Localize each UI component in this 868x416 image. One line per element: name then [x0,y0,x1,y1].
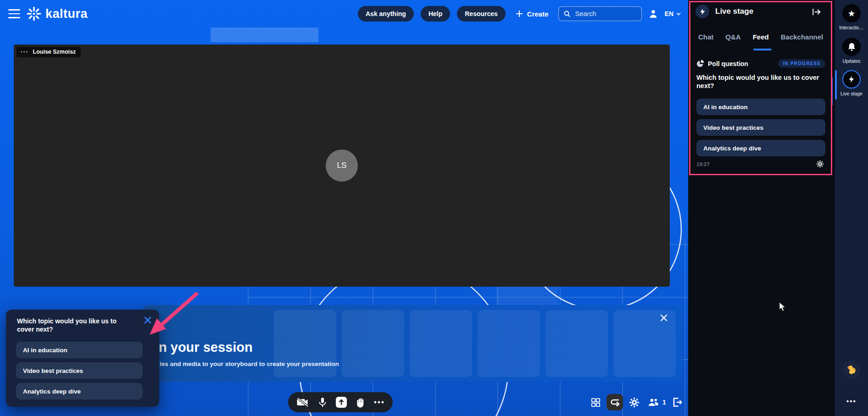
lightning-icon [848,75,855,83]
rail-label: Live stage [840,91,862,96]
rail-item-updates[interactable]: Updates [835,38,868,64]
panel-title: Live stage [715,7,753,16]
panel-tabs: Chat Q&A Feed Backchannel [698,33,832,41]
clap-icon [846,364,857,375]
poll-popup-option[interactable]: AI in education [16,342,143,358]
participants-icon [647,398,659,407]
poll-popup-close-icon[interactable] [144,316,152,324]
raise-hand-icon[interactable] [356,397,365,408]
star-icon: ★ [847,9,855,18]
create-button[interactable]: Create [515,10,549,18]
hamburger-menu-icon[interactable] [8,9,20,18]
clap-reaction-button[interactable] [842,361,861,379]
banner-close-icon[interactable] [659,313,668,322]
main-stage: kaltura Ask anything Help Resources Crea… [0,0,688,416]
active-tab-underline [753,49,772,50]
poll-option[interactable]: Video best practices [696,119,825,136]
poll-settings-gear-icon[interactable] [816,160,824,168]
session-banner: n your session les and media to your sto… [142,305,682,382]
ask-anything-button[interactable]: Ask anything [358,6,414,22]
camera-off-icon[interactable] [297,398,309,407]
panel-header: Live stage [696,5,753,18]
leave-session-icon[interactable] [672,397,682,407]
poll-popup-question: Which topic would you like us to cover n… [17,317,133,334]
live-stage-panel: Live stage Chat Q&A Feed Backchannel Pol… [688,0,835,416]
resources-button[interactable]: Resources [457,6,506,22]
chevron-down-icon [676,12,681,16]
collapse-panel-icon[interactable] [812,8,821,16]
avatar: LS [326,150,358,182]
more-options-icon[interactable] [374,401,384,404]
settings-gear-icon[interactable] [629,397,640,408]
side-icon-rail: ★ Interactio… Updates Live stage [835,0,868,416]
poll-card-label: Poll question [708,60,748,67]
search-input[interactable] [574,10,637,18]
layout-controls: 1 [591,393,682,412]
poll-popup: Which topic would you like us to cover n… [6,310,159,407]
participant-menu-icon[interactable]: ··· [21,50,29,54]
tab-backchannel[interactable]: Backchannel [781,33,823,41]
rail-label: Interactio… [839,25,864,30]
tab-chat[interactable]: Chat [698,33,713,41]
tab-feed[interactable]: Feed [753,33,769,41]
help-button[interactable]: Help [421,6,450,22]
user-profile-icon[interactable] [649,9,658,18]
participant-name: Louise Szmoisz [33,49,76,55]
video-tile: ··· Louise Szmoisz LS [14,44,670,287]
grid-view-icon[interactable] [591,398,601,407]
poll-status-badge: IN PROGRESS [778,59,825,68]
banner-subtitle: les and media to your storyboard to crea… [160,361,339,367]
banner-title: n your session [159,340,253,355]
rail-more-options[interactable]: ••• [835,397,868,405]
share-screen-icon[interactable] [336,397,347,408]
microphone-icon[interactable] [318,397,327,408]
storyboard-view-button[interactable] [606,394,623,410]
bell-icon [847,42,856,52]
top-bar: kaltura Ask anything Help Resources Crea… [0,0,688,28]
poll-question: Which topic would you like us to cover n… [696,73,826,90]
participant-count: 1 [662,399,666,406]
search-icon [563,10,571,17]
rail-item-interactions[interactable]: ★ Interactio… [835,4,868,30]
panel-scrollbar-thumb[interactable] [831,77,833,105]
lightning-icon [696,5,709,18]
brand-wordmark: kaltura [45,7,88,21]
search-box[interactable] [558,6,642,21]
call-controls [288,392,393,412]
rail-item-live-stage[interactable]: Live stage [835,70,868,96]
poll-popup-option[interactable]: Video best practices [16,362,143,379]
participant-name-pill: ··· Louise Szmoisz [17,47,81,57]
poll-card-header: Poll question IN PROGRESS [696,59,825,68]
participants-button[interactable]: 1 [647,398,666,407]
poll-option[interactable]: Analytics deep dive [696,140,825,156]
poll-timestamp: 19:27 [696,161,710,167]
rail-label: Updates [842,58,860,64]
app-root: kaltura Ask anything Help Resources Crea… [0,0,868,416]
kaltura-starburst-icon [27,6,41,21]
poll-option[interactable]: AI in education [696,99,825,115]
kaltura-logo[interactable]: kaltura [27,6,88,21]
poll-popup-option[interactable]: Analytics deep dive [16,383,143,399]
plus-icon [515,10,523,18]
poll-pie-icon [696,60,704,67]
language-selector[interactable]: EN [665,10,681,17]
language-label: EN [665,10,673,17]
tab-qa[interactable]: Q&A [725,33,740,41]
create-label: Create [527,10,549,18]
